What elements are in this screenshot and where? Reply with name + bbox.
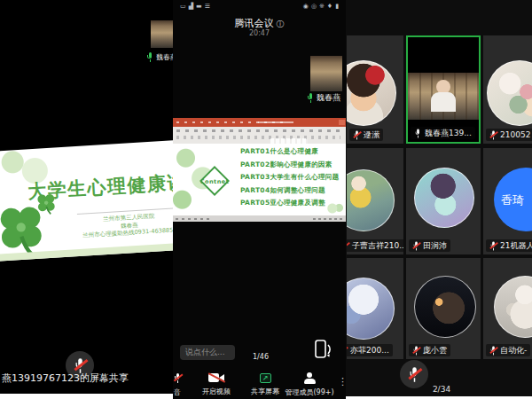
screen-share-banner: 燕13919767123的屏幕共享 (2, 372, 129, 385)
participant-name: 田润沛 (423, 240, 447, 252)
slide-title: 大学生心理健康讲 (27, 169, 173, 204)
muted-mic-icon (412, 346, 419, 355)
participant-name: 亦菲200... (350, 345, 389, 356)
participant-name: 逯潆 (364, 129, 379, 141)
muted-mic-icon (489, 346, 497, 355)
diamond-label: Contnet (195, 178, 234, 185)
chat-input[interactable]: 说点什么... (180, 345, 235, 360)
ppt-slide-content: Contnet PART01什么是心理健康 PART02影响心理健康的因素 PA… (173, 144, 346, 215)
participant-tile[interactable]: 庞小雲 (406, 258, 481, 359)
name-pill: 魏春燕139... (411, 127, 475, 139)
toolbar-more-button[interactable]: ⋮ (338, 376, 346, 387)
grid-phone-screenshot: 逯潆 魏春燕139... 210052 子曹吉祥210... (346, 0, 532, 396)
outline-item: PART01什么是心理健康 (240, 145, 345, 159)
participant-name: 魏春燕 (156, 52, 173, 62)
outline-item: PART03大学生有什么心理问题 (240, 171, 345, 184)
leaf-decoration (325, 203, 344, 214)
avatar (414, 276, 476, 338)
outline-item: PART02影响心理健康的因素 (240, 159, 345, 172)
toolbar-label: 开启视频 (202, 387, 231, 396)
participant-tile[interactable]: 210052 (483, 35, 532, 144)
toolbar-manage-members-button[interactable]: 管理成员(99+) (285, 372, 334, 397)
battery-icon: ▮ (335, 3, 339, 10)
mic-on-icon (307, 93, 315, 103)
avatar (487, 60, 532, 126)
signal-icon: ▟ (189, 3, 193, 10)
nfc-icon: ◎ (311, 3, 317, 10)
mic-status-icon: ♦ (327, 3, 332, 10)
toolbar-label: 共享屏幕 (251, 387, 279, 396)
participant-tile[interactable]: 自动化- (483, 258, 532, 359)
toolbar-label: 管理成员(99+) (285, 387, 333, 397)
participant-tile[interactable]: 子曹吉祥210... (347, 148, 403, 254)
avatar (347, 278, 395, 340)
avatar (347, 169, 395, 231)
participant-tile-active-speaker[interactable]: 魏春燕139... (406, 35, 481, 144)
status-left-icons: ▭▟▬☰ (179, 2, 212, 11)
close-icon (339, 120, 345, 125)
participant-tile[interactable]: 逯潆 (347, 35, 403, 144)
floating-video-thumbnail[interactable] (151, 20, 173, 48)
toolbar-share-screen-button[interactable]: ↗ 共享屏幕 (240, 372, 290, 396)
self-name-label: 魏春燕 (301, 92, 346, 104)
ppt-statusbar (173, 215, 346, 222)
muted-mic-icon (347, 346, 348, 355)
meeting-phone-screenshot: ▭▟▬☰ ◉◎※♦▮ 腾讯会议ⓘ 20:47 魏春燕 (173, 0, 346, 399)
mic-on-icon (414, 129, 421, 137)
participant-name: 庞小雲 (423, 345, 447, 356)
eye-icon: ◉ (303, 3, 309, 10)
members-icon (303, 372, 317, 384)
outline-item: PART04如何调整心理问题 (240, 184, 345, 198)
avatar-initials: 香琦 (494, 168, 532, 231)
meeting-time: 20:47 (173, 29, 346, 37)
name-pill: 子曹吉祥210... (347, 239, 403, 252)
ppt-ribbon (173, 127, 346, 144)
network-icon: ▬ (196, 3, 202, 10)
name-pill: 亦菲200... (347, 344, 393, 356)
ppt-window-title (258, 121, 293, 124)
meeting-title-row: 腾讯会议ⓘ (173, 17, 346, 30)
shared-screen-powerpoint: Contnet PART01什么是心理健康 PART02影响心理健康的因素 PA… (173, 118, 346, 222)
grid-page-indicator: 2/34 (426, 385, 458, 394)
participant-name: 子曹吉祥210... (352, 240, 403, 252)
muted-mic-icon (412, 241, 419, 250)
participant-tile[interactable]: 香琦 21机器人 (483, 148, 532, 254)
participant-name: 魏春燕 (317, 92, 340, 104)
info-icon[interactable]: ⓘ (277, 20, 285, 28)
avatar-text: 香琦 (501, 192, 524, 208)
muted-mic-icon (489, 130, 497, 139)
participant-tile[interactable]: 亦菲200... (347, 258, 403, 359)
slide-outline-list: PART01什么是心理健康 PART02影响心理健康的因素 PART03大学生有… (240, 145, 345, 210)
status-bar: ▭▟▬☰ ◉◎※♦▮ (177, 2, 341, 11)
hd-icon: ▭ (180, 3, 186, 10)
avatar (414, 168, 474, 228)
slide-info-block: 兰州市第三人民医院 魏春燕 兰州市心理援助热线0931-4638858 (74, 211, 173, 240)
unmute-button[interactable] (400, 360, 428, 388)
name-pill: 21机器人 (486, 239, 532, 252)
muted-mic-icon (347, 241, 349, 250)
participant-name: 魏春燕139... (425, 128, 472, 139)
avatar (494, 276, 532, 338)
name-pill: 庞小雲 (409, 344, 450, 356)
name-pill: 210052 (486, 129, 532, 141)
clover-icon (0, 201, 48, 259)
slide-page-indicator: 1/46 (243, 353, 278, 361)
name-pill: 自动化- (486, 344, 530, 356)
toolbar-start-video-button[interactable]: 开启视频 (192, 372, 241, 396)
name-pill: 田润沛 (409, 239, 450, 252)
participant-name: 210052 (500, 130, 530, 139)
camera-off-icon (208, 372, 225, 383)
muted-mic-icon (408, 367, 420, 382)
mic-on-icon (146, 52, 154, 62)
avatar (347, 60, 396, 126)
participant-name: 自动化- (500, 345, 527, 356)
participant-tile[interactable]: 田润沛 (406, 148, 481, 254)
toolbar-label: 音 (174, 387, 181, 397)
app-icon: ☰ (205, 3, 210, 10)
bluetooth-icon: ※ (319, 3, 325, 10)
muted-mic-icon (74, 358, 86, 373)
left-phone-screenshot: 魏春燕 大学生心理健康讲 兰州市第三人民医院 魏春燕 兰州市心理援助热线0931… (0, 0, 173, 394)
rotate-screen-button[interactable] (310, 338, 335, 361)
self-video-thumbnail[interactable] (310, 56, 342, 91)
name-pill: 逯潆 (349, 129, 383, 141)
